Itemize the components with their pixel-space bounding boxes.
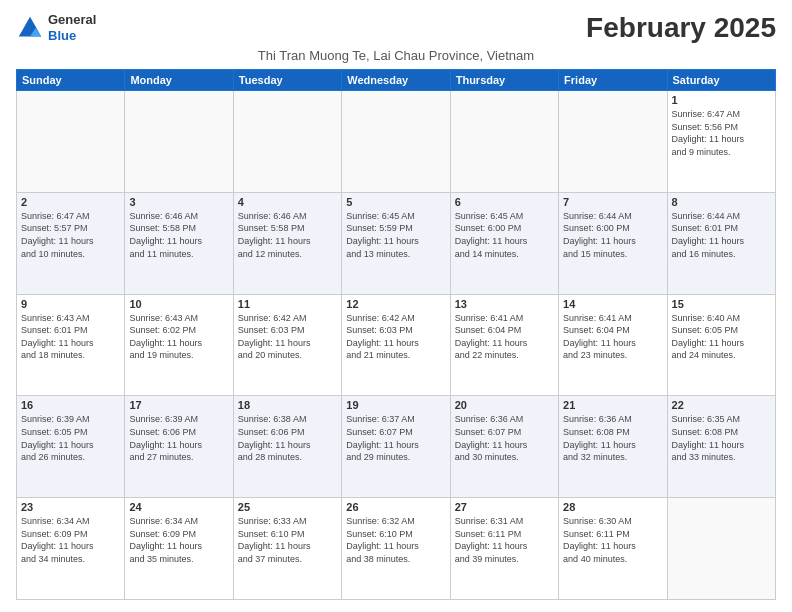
table-row: 20Sunrise: 6:36 AM Sunset: 6:07 PM Dayli… <box>450 396 558 498</box>
day-info: Sunrise: 6:44 AM Sunset: 6:00 PM Dayligh… <box>563 210 662 260</box>
day-info: Sunrise: 6:34 AM Sunset: 6:09 PM Dayligh… <box>21 515 120 565</box>
day-number: 28 <box>563 501 662 513</box>
day-number: 25 <box>238 501 337 513</box>
day-number: 20 <box>455 399 554 411</box>
day-info: Sunrise: 6:33 AM Sunset: 6:10 PM Dayligh… <box>238 515 337 565</box>
col-friday: Friday <box>559 70 667 91</box>
day-number: 4 <box>238 196 337 208</box>
calendar-header-row: Sunday Monday Tuesday Wednesday Thursday… <box>17 70 776 91</box>
table-row: 17Sunrise: 6:39 AM Sunset: 6:06 PM Dayli… <box>125 396 233 498</box>
table-row: 13Sunrise: 6:41 AM Sunset: 6:04 PM Dayli… <box>450 294 558 396</box>
table-row: 21Sunrise: 6:36 AM Sunset: 6:08 PM Dayli… <box>559 396 667 498</box>
table-row: 25Sunrise: 6:33 AM Sunset: 6:10 PM Dayli… <box>233 498 341 600</box>
logo-icon <box>16 14 44 42</box>
day-info: Sunrise: 6:40 AM Sunset: 6:05 PM Dayligh… <box>672 312 771 362</box>
day-number: 15 <box>672 298 771 310</box>
table-row <box>342 91 450 193</box>
day-number: 27 <box>455 501 554 513</box>
table-row: 18Sunrise: 6:38 AM Sunset: 6:06 PM Dayli… <box>233 396 341 498</box>
day-info: Sunrise: 6:45 AM Sunset: 5:59 PM Dayligh… <box>346 210 445 260</box>
table-row <box>559 91 667 193</box>
day-info: Sunrise: 6:36 AM Sunset: 6:08 PM Dayligh… <box>563 413 662 463</box>
day-info: Sunrise: 6:46 AM Sunset: 5:58 PM Dayligh… <box>238 210 337 260</box>
table-row <box>667 498 775 600</box>
day-info: Sunrise: 6:43 AM Sunset: 6:02 PM Dayligh… <box>129 312 228 362</box>
table-row: 15Sunrise: 6:40 AM Sunset: 6:05 PM Dayli… <box>667 294 775 396</box>
table-row: 7Sunrise: 6:44 AM Sunset: 6:00 PM Daylig… <box>559 192 667 294</box>
table-row: 22Sunrise: 6:35 AM Sunset: 6:08 PM Dayli… <box>667 396 775 498</box>
day-number: 16 <box>21 399 120 411</box>
table-row <box>17 91 125 193</box>
day-number: 19 <box>346 399 445 411</box>
day-number: 14 <box>563 298 662 310</box>
day-number: 7 <box>563 196 662 208</box>
col-sunday: Sunday <box>17 70 125 91</box>
calendar-table: Sunday Monday Tuesday Wednesday Thursday… <box>16 69 776 600</box>
day-info: Sunrise: 6:42 AM Sunset: 6:03 PM Dayligh… <box>238 312 337 362</box>
table-row: 1Sunrise: 6:47 AM Sunset: 5:56 PM Daylig… <box>667 91 775 193</box>
day-info: Sunrise: 6:42 AM Sunset: 6:03 PM Dayligh… <box>346 312 445 362</box>
page: General Blue February 2025 Thi Tran Muon… <box>0 0 792 612</box>
table-row: 5Sunrise: 6:45 AM Sunset: 5:59 PM Daylig… <box>342 192 450 294</box>
day-number: 12 <box>346 298 445 310</box>
day-info: Sunrise: 6:41 AM Sunset: 6:04 PM Dayligh… <box>563 312 662 362</box>
subtitle: Thi Tran Muong Te, Lai Chau Province, Vi… <box>16 48 776 63</box>
calendar-row: 16Sunrise: 6:39 AM Sunset: 6:05 PM Dayli… <box>17 396 776 498</box>
table-row: 28Sunrise: 6:30 AM Sunset: 6:11 PM Dayli… <box>559 498 667 600</box>
day-number: 10 <box>129 298 228 310</box>
calendar-row: 23Sunrise: 6:34 AM Sunset: 6:09 PM Dayli… <box>17 498 776 600</box>
day-number: 24 <box>129 501 228 513</box>
day-number: 21 <box>563 399 662 411</box>
day-number: 13 <box>455 298 554 310</box>
table-row: 6Sunrise: 6:45 AM Sunset: 6:00 PM Daylig… <box>450 192 558 294</box>
table-row: 9Sunrise: 6:43 AM Sunset: 6:01 PM Daylig… <box>17 294 125 396</box>
col-thursday: Thursday <box>450 70 558 91</box>
day-info: Sunrise: 6:43 AM Sunset: 6:01 PM Dayligh… <box>21 312 120 362</box>
calendar-row: 1Sunrise: 6:47 AM Sunset: 5:56 PM Daylig… <box>17 91 776 193</box>
table-row: 11Sunrise: 6:42 AM Sunset: 6:03 PM Dayli… <box>233 294 341 396</box>
day-number: 26 <box>346 501 445 513</box>
day-info: Sunrise: 6:35 AM Sunset: 6:08 PM Dayligh… <box>672 413 771 463</box>
day-info: Sunrise: 6:31 AM Sunset: 6:11 PM Dayligh… <box>455 515 554 565</box>
calendar-row: 2Sunrise: 6:47 AM Sunset: 5:57 PM Daylig… <box>17 192 776 294</box>
table-row: 10Sunrise: 6:43 AM Sunset: 6:02 PM Dayli… <box>125 294 233 396</box>
day-info: Sunrise: 6:34 AM Sunset: 6:09 PM Dayligh… <box>129 515 228 565</box>
day-number: 23 <box>21 501 120 513</box>
day-info: Sunrise: 6:44 AM Sunset: 6:01 PM Dayligh… <box>672 210 771 260</box>
logo-text: General Blue <box>48 12 96 43</box>
day-info: Sunrise: 6:45 AM Sunset: 6:00 PM Dayligh… <box>455 210 554 260</box>
month-title: February 2025 <box>586 12 776 44</box>
day-number: 11 <box>238 298 337 310</box>
day-number: 22 <box>672 399 771 411</box>
logo-blue: Blue <box>48 28 96 44</box>
col-monday: Monday <box>125 70 233 91</box>
logo: General Blue <box>16 12 96 43</box>
table-row: 27Sunrise: 6:31 AM Sunset: 6:11 PM Dayli… <box>450 498 558 600</box>
day-info: Sunrise: 6:41 AM Sunset: 6:04 PM Dayligh… <box>455 312 554 362</box>
day-info: Sunrise: 6:46 AM Sunset: 5:58 PM Dayligh… <box>129 210 228 260</box>
table-row: 4Sunrise: 6:46 AM Sunset: 5:58 PM Daylig… <box>233 192 341 294</box>
day-info: Sunrise: 6:37 AM Sunset: 6:07 PM Dayligh… <box>346 413 445 463</box>
day-info: Sunrise: 6:30 AM Sunset: 6:11 PM Dayligh… <box>563 515 662 565</box>
table-row <box>125 91 233 193</box>
day-info: Sunrise: 6:47 AM Sunset: 5:56 PM Dayligh… <box>672 108 771 158</box>
table-row: 23Sunrise: 6:34 AM Sunset: 6:09 PM Dayli… <box>17 498 125 600</box>
logo-general: General <box>48 12 96 28</box>
day-number: 18 <box>238 399 337 411</box>
day-number: 6 <box>455 196 554 208</box>
table-row: 3Sunrise: 6:46 AM Sunset: 5:58 PM Daylig… <box>125 192 233 294</box>
day-info: Sunrise: 6:38 AM Sunset: 6:06 PM Dayligh… <box>238 413 337 463</box>
day-number: 8 <box>672 196 771 208</box>
day-info: Sunrise: 6:47 AM Sunset: 5:57 PM Dayligh… <box>21 210 120 260</box>
table-row: 24Sunrise: 6:34 AM Sunset: 6:09 PM Dayli… <box>125 498 233 600</box>
day-number: 9 <box>21 298 120 310</box>
table-row: 8Sunrise: 6:44 AM Sunset: 6:01 PM Daylig… <box>667 192 775 294</box>
day-number: 17 <box>129 399 228 411</box>
col-tuesday: Tuesday <box>233 70 341 91</box>
day-number: 1 <box>672 94 771 106</box>
calendar-row: 9Sunrise: 6:43 AM Sunset: 6:01 PM Daylig… <box>17 294 776 396</box>
title-block: February 2025 <box>586 12 776 44</box>
col-wednesday: Wednesday <box>342 70 450 91</box>
day-info: Sunrise: 6:39 AM Sunset: 6:05 PM Dayligh… <box>21 413 120 463</box>
day-number: 3 <box>129 196 228 208</box>
